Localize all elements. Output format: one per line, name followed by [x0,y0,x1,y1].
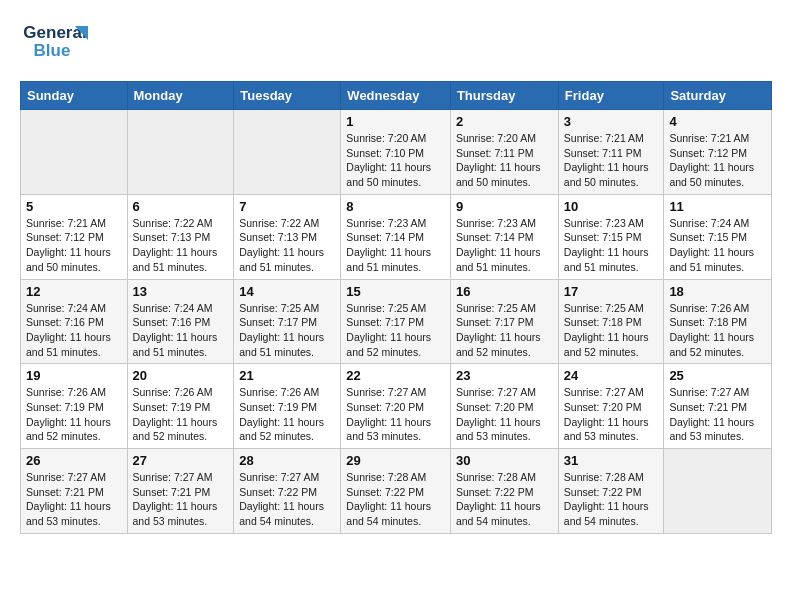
day-info: Sunrise: 7:25 AMSunset: 7:17 PMDaylight:… [239,301,335,360]
calendar-cell: 19Sunrise: 7:26 AMSunset: 7:19 PMDayligh… [21,364,128,449]
day-number: 12 [26,284,122,299]
weekday-header-row: SundayMondayTuesdayWednesdayThursdayFrid… [21,82,772,110]
calendar-cell: 28Sunrise: 7:27 AMSunset: 7:22 PMDayligh… [234,449,341,534]
day-info: Sunrise: 7:23 AMSunset: 7:14 PMDaylight:… [456,216,553,275]
day-info: Sunrise: 7:21 AMSunset: 7:12 PMDaylight:… [669,131,766,190]
calendar-cell: 29Sunrise: 7:28 AMSunset: 7:22 PMDayligh… [341,449,451,534]
day-number: 21 [239,368,335,383]
day-info: Sunrise: 7:27 AMSunset: 7:21 PMDaylight:… [133,470,229,529]
day-number: 6 [133,199,229,214]
weekday-header-thursday: Thursday [450,82,558,110]
calendar: SundayMondayTuesdayWednesdayThursdayFrid… [20,81,772,534]
day-number: 15 [346,284,445,299]
calendar-cell: 26Sunrise: 7:27 AMSunset: 7:21 PMDayligh… [21,449,128,534]
day-number: 3 [564,114,659,129]
day-info: Sunrise: 7:23 AMSunset: 7:14 PMDaylight:… [346,216,445,275]
day-info: Sunrise: 7:23 AMSunset: 7:15 PMDaylight:… [564,216,659,275]
week-row-3: 12Sunrise: 7:24 AMSunset: 7:16 PMDayligh… [21,279,772,364]
day-number: 25 [669,368,766,383]
day-info: Sunrise: 7:24 AMSunset: 7:16 PMDaylight:… [26,301,122,360]
calendar-cell: 20Sunrise: 7:26 AMSunset: 7:19 PMDayligh… [127,364,234,449]
calendar-cell: 25Sunrise: 7:27 AMSunset: 7:21 PMDayligh… [664,364,772,449]
day-info: Sunrise: 7:27 AMSunset: 7:20 PMDaylight:… [456,385,553,444]
calendar-cell: 22Sunrise: 7:27 AMSunset: 7:20 PMDayligh… [341,364,451,449]
weekday-header-saturday: Saturday [664,82,772,110]
day-number: 26 [26,453,122,468]
calendar-cell: 31Sunrise: 7:28 AMSunset: 7:22 PMDayligh… [558,449,664,534]
day-number: 24 [564,368,659,383]
day-info: Sunrise: 7:28 AMSunset: 7:22 PMDaylight:… [564,470,659,529]
calendar-cell: 5Sunrise: 7:21 AMSunset: 7:12 PMDaylight… [21,194,128,279]
calendar-cell: 10Sunrise: 7:23 AMSunset: 7:15 PMDayligh… [558,194,664,279]
week-row-2: 5Sunrise: 7:21 AMSunset: 7:12 PMDaylight… [21,194,772,279]
day-number: 7 [239,199,335,214]
day-info: Sunrise: 7:25 AMSunset: 7:17 PMDaylight:… [456,301,553,360]
day-info: Sunrise: 7:20 AMSunset: 7:10 PMDaylight:… [346,131,445,190]
calendar-cell: 2Sunrise: 7:20 AMSunset: 7:11 PMDaylight… [450,110,558,195]
day-info: Sunrise: 7:27 AMSunset: 7:22 PMDaylight:… [239,470,335,529]
day-info: Sunrise: 7:25 AMSunset: 7:18 PMDaylight:… [564,301,659,360]
day-number: 2 [456,114,553,129]
calendar-cell: 8Sunrise: 7:23 AMSunset: 7:14 PMDaylight… [341,194,451,279]
calendar-cell: 17Sunrise: 7:25 AMSunset: 7:18 PMDayligh… [558,279,664,364]
calendar-cell: 9Sunrise: 7:23 AMSunset: 7:14 PMDaylight… [450,194,558,279]
week-row-4: 19Sunrise: 7:26 AMSunset: 7:19 PMDayligh… [21,364,772,449]
calendar-cell: 14Sunrise: 7:25 AMSunset: 7:17 PMDayligh… [234,279,341,364]
weekday-header-wednesday: Wednesday [341,82,451,110]
calendar-cell: 1Sunrise: 7:20 AMSunset: 7:10 PMDaylight… [341,110,451,195]
calendar-cell: 3Sunrise: 7:21 AMSunset: 7:11 PMDaylight… [558,110,664,195]
calendar-cell: 27Sunrise: 7:27 AMSunset: 7:21 PMDayligh… [127,449,234,534]
weekday-header-monday: Monday [127,82,234,110]
week-row-1: 1Sunrise: 7:20 AMSunset: 7:10 PMDaylight… [21,110,772,195]
day-info: Sunrise: 7:28 AMSunset: 7:22 PMDaylight:… [346,470,445,529]
day-info: Sunrise: 7:26 AMSunset: 7:19 PMDaylight:… [239,385,335,444]
page: GeneralBlue SundayMondayTuesdayWednesday… [0,0,792,612]
calendar-cell [234,110,341,195]
day-number: 18 [669,284,766,299]
day-info: Sunrise: 7:24 AMSunset: 7:16 PMDaylight:… [133,301,229,360]
day-number: 20 [133,368,229,383]
day-info: Sunrise: 7:20 AMSunset: 7:11 PMDaylight:… [456,131,553,190]
day-number: 17 [564,284,659,299]
day-number: 10 [564,199,659,214]
calendar-cell [21,110,128,195]
calendar-cell: 12Sunrise: 7:24 AMSunset: 7:16 PMDayligh… [21,279,128,364]
weekday-header-sunday: Sunday [21,82,128,110]
day-info: Sunrise: 7:21 AMSunset: 7:11 PMDaylight:… [564,131,659,190]
day-number: 4 [669,114,766,129]
weekday-header-friday: Friday [558,82,664,110]
calendar-cell: 23Sunrise: 7:27 AMSunset: 7:20 PMDayligh… [450,364,558,449]
calendar-cell [664,449,772,534]
calendar-cell: 13Sunrise: 7:24 AMSunset: 7:16 PMDayligh… [127,279,234,364]
day-number: 27 [133,453,229,468]
calendar-cell: 4Sunrise: 7:21 AMSunset: 7:12 PMDaylight… [664,110,772,195]
day-number: 8 [346,199,445,214]
svg-text:Blue: Blue [34,41,71,60]
calendar-cell: 21Sunrise: 7:26 AMSunset: 7:19 PMDayligh… [234,364,341,449]
calendar-cell: 24Sunrise: 7:27 AMSunset: 7:20 PMDayligh… [558,364,664,449]
calendar-cell: 30Sunrise: 7:28 AMSunset: 7:22 PMDayligh… [450,449,558,534]
day-info: Sunrise: 7:27 AMSunset: 7:20 PMDaylight:… [346,385,445,444]
day-info: Sunrise: 7:25 AMSunset: 7:17 PMDaylight:… [346,301,445,360]
day-number: 19 [26,368,122,383]
logo: GeneralBlue [20,16,90,71]
day-number: 11 [669,199,766,214]
day-number: 29 [346,453,445,468]
calendar-cell: 7Sunrise: 7:22 AMSunset: 7:13 PMDaylight… [234,194,341,279]
day-info: Sunrise: 7:27 AMSunset: 7:20 PMDaylight:… [564,385,659,444]
day-info: Sunrise: 7:27 AMSunset: 7:21 PMDaylight:… [26,470,122,529]
day-number: 9 [456,199,553,214]
calendar-cell: 11Sunrise: 7:24 AMSunset: 7:15 PMDayligh… [664,194,772,279]
header: GeneralBlue [20,16,772,71]
day-number: 28 [239,453,335,468]
day-info: Sunrise: 7:27 AMSunset: 7:21 PMDaylight:… [669,385,766,444]
day-info: Sunrise: 7:26 AMSunset: 7:19 PMDaylight:… [133,385,229,444]
week-row-5: 26Sunrise: 7:27 AMSunset: 7:21 PMDayligh… [21,449,772,534]
day-number: 30 [456,453,553,468]
calendar-cell: 15Sunrise: 7:25 AMSunset: 7:17 PMDayligh… [341,279,451,364]
day-number: 1 [346,114,445,129]
logo-svg: GeneralBlue [20,16,90,71]
day-info: Sunrise: 7:22 AMSunset: 7:13 PMDaylight:… [133,216,229,275]
day-info: Sunrise: 7:24 AMSunset: 7:15 PMDaylight:… [669,216,766,275]
calendar-cell: 6Sunrise: 7:22 AMSunset: 7:13 PMDaylight… [127,194,234,279]
